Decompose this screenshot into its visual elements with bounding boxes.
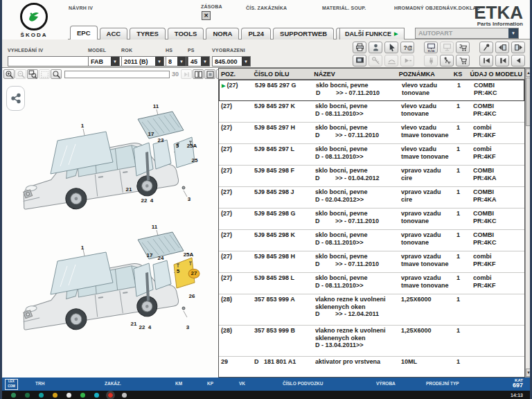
nav-prev-button[interactable]	[511, 55, 525, 66]
table-row[interactable]: 29D 181 801 A1aktivator pro vrstvena10ML…	[219, 357, 524, 378]
callout-3[interactable]: 3	[188, 197, 190, 202]
zoom-slider[interactable]	[64, 71, 170, 78]
table-row[interactable]: (27)5J9 845 297 Lsklo bocni, pevneD - 08…	[219, 144, 524, 166]
taskbar-app-icon[interactable]	[94, 393, 99, 398]
scrollbar-thumb[interactable]	[526, 78, 531, 126]
ps-select[interactable]: 45 ▼	[188, 56, 210, 66]
tab-epc[interactable]: EPC	[70, 26, 98, 39]
fit-view-button[interactable]	[204, 69, 215, 79]
zoom-in-button[interactable]	[3, 69, 15, 79]
taskbar-app-icon[interactable]	[66, 393, 71, 398]
callout-24[interactable]: 24	[158, 256, 164, 261]
callout-5[interactable]: 5	[177, 269, 179, 274]
autopart-select[interactable]: AUTOPART ▼	[415, 28, 519, 39]
table-row[interactable]: (27)5J9 845 297 Hsklo bocni, pevneD >> -…	[219, 123, 524, 144]
column-header-3: NÁZEV	[312, 71, 396, 78]
table-row[interactable]: (28)357 853 999 Bvlakno rezne k uvolneni…	[219, 326, 524, 357]
order-transfer-button[interactable]	[456, 42, 470, 53]
autopart-dropdown-icon[interactable]: ▼	[508, 28, 518, 38]
callout-23[interactable]: 23	[158, 138, 164, 143]
note-cell: 10ML	[399, 357, 454, 367]
callout-4[interactable]: 4	[150, 198, 153, 204]
callout-22[interactable]: 22	[141, 198, 148, 204]
hs-dropdown-icon[interactable]: ▼	[177, 57, 186, 66]
note-cell: 1,25X6000	[399, 294, 454, 305]
taskbar-app-icon[interactable]	[53, 393, 57, 398]
nav-back-button[interactable]	[495, 55, 509, 66]
workshop-button[interactable]	[440, 55, 454, 66]
table-row[interactable]: (27)5J9 845 298 Gsklo bocni, pevneD >> -…	[219, 209, 524, 230]
tab-pl24[interactable]: PL24	[241, 28, 271, 39]
model-select[interactable]: FAB ▼	[88, 56, 120, 66]
callout-17[interactable]: 17	[147, 253, 153, 258]
callout-17[interactable]: 17	[148, 132, 154, 137]
os-taskbar[interactable]: 14:13	[2, 391, 530, 399]
callout-26[interactable]: 26	[189, 294, 195, 299]
elsa-monitor-button[interactable]: ELSA	[424, 42, 438, 53]
tab-tyres[interactable]: TYRES	[130, 28, 166, 39]
vyobrazeni-dropdown-icon[interactable]: ▼	[242, 57, 250, 66]
callout-5[interactable]: 5	[176, 143, 179, 149]
plug-icon	[427, 56, 436, 65]
taskbar-app-icon[interactable]	[108, 393, 113, 398]
skoda-wordmark: ŠKODA	[13, 32, 55, 38]
prev-image-button[interactable]	[495, 42, 509, 53]
scroll-up-button[interactable]: ▲	[526, 69, 531, 77]
table-row[interactable]: (27)5J9 845 298 Ksklo bocni, pevneD - 08…	[219, 230, 524, 251]
qty-cell: 1	[454, 294, 471, 305]
callout-25A[interactable]: 25A	[187, 143, 197, 149]
rok-dropdown-icon[interactable]: ▼	[155, 57, 163, 66]
screen-button[interactable]	[353, 55, 366, 66]
callout-11[interactable]: 11	[153, 104, 159, 109]
vyobrazeni-select[interactable]: 845.000 ▼	[212, 56, 251, 66]
zoom-box-button[interactable]	[27, 69, 38, 79]
callout-27[interactable]: 27	[188, 269, 200, 278]
tab-acc[interactable]: ACC	[100, 28, 128, 39]
note-cell: 1,25X6000	[399, 326, 454, 336]
table-row[interactable]: (27)5J9 845 297 Ksklo bocni, pevneD - 08…	[219, 101, 524, 123]
taskbar-app-icon[interactable]	[11, 393, 16, 398]
tab-tools[interactable]: TOOLS	[168, 28, 204, 39]
callout-11[interactable]: 11	[152, 224, 157, 230]
next-image-button[interactable]	[511, 42, 525, 53]
ps-dropdown-icon[interactable]: ▼	[201, 57, 209, 66]
callout-21[interactable]: 21	[126, 187, 132, 193]
callout-1[interactable]: 1	[81, 245, 84, 251]
zasoba-checkbox[interactable]: ✕	[202, 11, 211, 20]
pin-button[interactable]	[479, 42, 493, 53]
play-step-button	[181, 69, 192, 79]
callout-25A[interactable]: 25A	[184, 252, 194, 258]
table-scrollbar[interactable]: ▲ ▼	[525, 68, 532, 378]
table-row[interactable]: (28)357 853 999 Avlakno rezne k uvolneni…	[219, 294, 524, 326]
callout-1[interactable]: 1	[81, 123, 84, 129]
print-button[interactable]	[353, 42, 366, 53]
rok-select[interactable]: 2011 (B) ▼	[121, 56, 164, 66]
stamp-button[interactable]	[369, 42, 382, 53]
callout-21[interactable]: 21	[131, 321, 137, 327]
tab-nora[interactable]: NORA	[206, 28, 239, 39]
nav-first-button[interactable]	[479, 55, 493, 66]
cart-button[interactable]	[456, 55, 470, 66]
table-row[interactable]: (27)5J9 845 298 Fsklo bocni, pevneD >> -…	[219, 166, 524, 187]
help-at-button[interactable]: ?@	[400, 42, 414, 53]
magnifier-button[interactable]	[51, 69, 62, 79]
table-row[interactable]: (27)5J9 845 298 Hsklo bocni, pevneD >> -…	[219, 251, 524, 273]
hand-pointer-button[interactable]	[384, 42, 398, 53]
tab-supportweb[interactable]: SUPPORTWEB	[273, 28, 334, 39]
dalsi-funkce-button[interactable]: DALŠÍ FUNKCE ▶	[339, 28, 405, 40]
model-dropdown-icon[interactable]: ▼	[111, 57, 119, 66]
callout-4[interactable]: 4	[148, 325, 151, 330]
taskbar-app-icon[interactable]	[80, 393, 85, 398]
thumbnails-button[interactable]	[193, 69, 204, 79]
taskbar-app-icon[interactable]	[25, 393, 30, 398]
callout-22[interactable]: 22	[139, 325, 145, 330]
callout-25[interactable]: 25	[192, 158, 198, 163]
table-row[interactable]: (27)5J9 845 298 Jsklo bocni, pevneD - 02…	[219, 187, 524, 209]
hs-select[interactable]: 8 ▼	[166, 56, 186, 66]
callout-3[interactable]: 3	[186, 325, 189, 330]
table-row[interactable]: ▶(27)5J9 845 297 Gsklo bocni, pevneD >> …	[219, 80, 524, 101]
scroll-down-button[interactable]: ▼	[526, 369, 531, 377]
table-row[interactable]: (27)5J9 845 298 Lsklo bocni, pevneD - 08…	[219, 273, 524, 294]
taskbar-app-icon[interactable]	[122, 393, 127, 398]
taskbar-app-icon[interactable]	[39, 393, 44, 398]
